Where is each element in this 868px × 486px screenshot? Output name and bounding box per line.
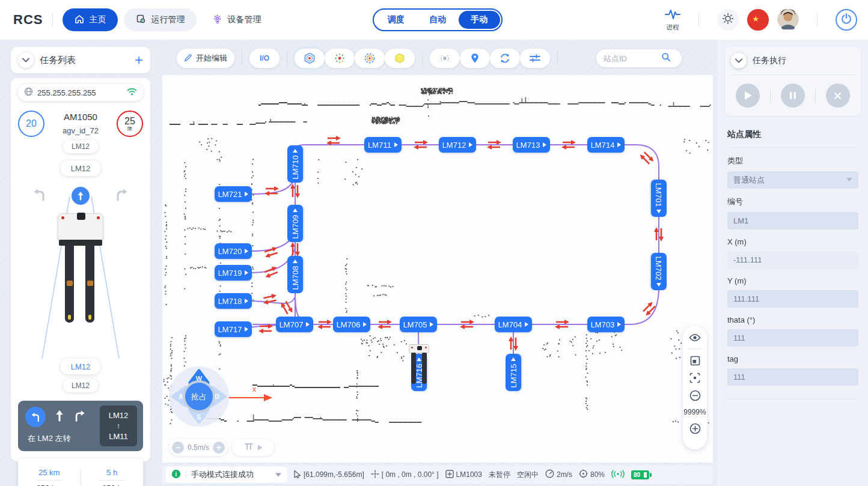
turn-right-icon[interactable] (73, 409, 87, 425)
user-avatar[interactable] (777, 9, 799, 31)
station-label: LM703 (591, 320, 615, 329)
station-LM702[interactable]: LM702 (651, 253, 667, 290)
station-LM721[interactable]: LM721 (215, 186, 252, 202)
path-arrow-pair (317, 319, 332, 330)
theme-button[interactable] (717, 9, 739, 31)
station-LM701[interactable]: LM701 (651, 180, 667, 217)
nav-item-devices[interactable]: 设备管理 (200, 8, 273, 31)
station-LM715[interactable]: LM715 (506, 354, 521, 391)
map-robot[interactable] (409, 344, 429, 399)
fork-action-button[interactable] (232, 439, 274, 456)
battery-value: 80 (634, 472, 640, 478)
power-button[interactable] (836, 9, 857, 31)
station-LM707[interactable]: LM707 (276, 317, 313, 332)
station-LM708[interactable]: LM708 (287, 256, 303, 293)
nav-item-operations[interactable]: 运行管理 (124, 8, 197, 31)
path-arrow-pair (377, 319, 393, 330)
vehicle-agv-id: agv_id_72 (63, 126, 99, 135)
path-arrow-pair (413, 139, 429, 150)
station-LM720[interactable]: LM720 (215, 243, 252, 259)
task-play-button[interactable] (736, 84, 760, 108)
app-logo: RCS (13, 12, 43, 28)
process-button[interactable]: 进程 (665, 8, 680, 32)
turn-left-active-button[interactable] (25, 407, 46, 427)
center-focus-button[interactable] (689, 372, 700, 383)
prop-input[interactable]: -111.111 (727, 251, 858, 269)
speed-increase-button[interactable]: + (213, 442, 225, 454)
station-LM709[interactable]: LM709 (287, 205, 303, 242)
forklift-body (58, 213, 103, 242)
station-LM718[interactable]: LM718 (215, 293, 252, 309)
speed-decrease-button[interactable]: − (172, 442, 184, 454)
station-LM705[interactable]: LM705 (400, 317, 437, 332)
path-arrow-pair (486, 139, 502, 150)
station-LM703[interactable]: LM703 (587, 317, 625, 332)
station-label: LM704 (498, 320, 522, 329)
zoom-percent-label: 9999% (683, 408, 706, 416)
prop-input[interactable]: 111 (727, 368, 858, 386)
station-LM713[interactable]: LM713 (513, 137, 550, 153)
path-arrow-pair (561, 139, 576, 150)
station-direction-icon (293, 260, 298, 263)
station-direction-icon (293, 208, 298, 212)
speed-value: 0.5m/s (188, 443, 209, 452)
idle-state: 空闲中 (517, 470, 539, 480)
nav-item-home[interactable]: 主页 (63, 8, 118, 31)
task-pause-button[interactable] (781, 84, 805, 108)
task-list-title: 任务列表 (40, 55, 129, 66)
station-LM714[interactable]: LM714 (587, 137, 625, 153)
station-LM719[interactable]: LM719 (215, 265, 252, 281)
station-LM710[interactable]: LM710 (287, 145, 303, 183)
station-LM712[interactable]: LM712 (439, 137, 476, 153)
current-station: LM1003 (445, 470, 482, 480)
prop-input[interactable]: LM1 (727, 212, 858, 229)
prop-input[interactable]: 111.111 (727, 290, 858, 308)
battery-indicator: 80 (631, 470, 649, 479)
fit-view-button[interactable] (690, 356, 700, 366)
manual-joystick[interactable]: W A S D 抢占 (169, 366, 229, 427)
tab-dispatch[interactable]: 调度 (375, 11, 417, 29)
total-distance: 650 km (18, 484, 81, 486)
tab-auto[interactable]: 自动 (417, 11, 458, 29)
language-flag-button[interactable]: ★ (747, 9, 769, 31)
collapse-task-list-button[interactable] (18, 52, 34, 68)
vehicle-model: AM1050 (63, 112, 99, 122)
station-LM711[interactable]: LM711 (364, 137, 402, 153)
robot-fork-left (411, 353, 416, 384)
station-LM717[interactable]: LM717 (215, 321, 252, 337)
process-label: 进程 (666, 23, 679, 32)
station-LM704[interactable]: LM704 (495, 317, 532, 332)
station-badge: LM12 (63, 140, 98, 153)
tab-manual[interactable]: 手动 (459, 11, 500, 29)
limit-tag: 限 (127, 127, 132, 132)
joystick-center-label: 抢占 (191, 392, 207, 401)
task-cancel-button[interactable] (826, 84, 850, 108)
path-arrow-pair (290, 241, 301, 257)
straight-icon[interactable] (55, 409, 64, 425)
pause-state: 未暂停 (489, 470, 510, 480)
globe-icon (24, 87, 33, 98)
prop-select[interactable]: 普通站点 (727, 171, 858, 189)
chevron-down-icon (735, 58, 742, 63)
robot-pose: [ 0m , 0m , 0.00° ] (371, 470, 439, 480)
station-direction-icon (469, 142, 472, 147)
rcs-app: RCS 主页 运行管理 设备管理 调度 自动 手动 进程 (0, 0, 868, 486)
forklift-graphic (18, 208, 143, 351)
prop-label: tag (727, 354, 858, 363)
status-message-dropdown[interactable]: i 手动模式连接成功 (166, 467, 287, 482)
pulse-wave-icon (665, 8, 680, 22)
zoom-in-button[interactable] (689, 423, 701, 434)
station-direction-icon (656, 210, 661, 213)
add-task-button[interactable]: + (135, 53, 143, 67)
collapse-task-exec-button[interactable] (731, 53, 747, 68)
current-speed-circle: 20 (18, 111, 44, 137)
vehicle-ip-row[interactable]: 255.255.255.255 (18, 84, 143, 101)
visibility-button[interactable] (689, 333, 701, 342)
station-label: LM701 (655, 183, 664, 207)
zoom-out-button[interactable] (689, 390, 701, 401)
route-box: LM12 ↑ LM11 (100, 406, 137, 446)
station-LM706[interactable]: LM706 (333, 317, 370, 332)
prop-label: Y (m) (727, 276, 858, 285)
svg-text:S: S (197, 413, 201, 421)
prop-input[interactable]: 111 (727, 329, 858, 347)
